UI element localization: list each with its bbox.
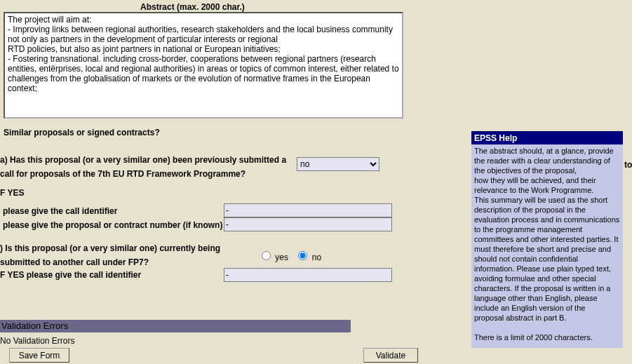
radio-yes[interactable] xyxy=(262,251,271,260)
call-identifier-label: please give the call identifier xyxy=(3,206,117,216)
validation-header: Validation Errors xyxy=(0,320,351,332)
save-button[interactable]: Save Form xyxy=(9,348,69,363)
abstract-label: Abstract (max. 2000 char.) xyxy=(140,2,245,12)
radio-yes-label[interactable]: yes xyxy=(258,252,290,262)
page-fragment-to: to xyxy=(624,160,632,170)
if-yes-label: F YES xyxy=(0,188,24,198)
proposal-number-input[interactable] xyxy=(224,217,392,231)
radio-no[interactable] xyxy=(298,251,307,260)
if-yes-2-label: F YES please give the call identifier xyxy=(0,270,141,280)
help-panel: EPSS Help The abstract should, at a glan… xyxy=(471,131,623,348)
question-a-label: a) Has this proposal (or a very similar … xyxy=(0,153,291,181)
validation-message: No Validation Errors xyxy=(0,336,75,346)
call-identifier-input[interactable] xyxy=(224,203,392,217)
question-b-radio-group: yes no xyxy=(258,249,325,262)
similar-heading: Similar proposals or signed contracts? xyxy=(4,128,160,137)
help-title: EPSS Help xyxy=(471,132,623,144)
radio-no-text: no xyxy=(312,252,321,262)
if-yes-2-input[interactable] xyxy=(224,268,392,282)
question-b-label: ) Is this proposal (or a very similar on… xyxy=(0,241,253,269)
validate-button[interactable]: Validate xyxy=(363,348,418,363)
radio-no-label[interactable]: no xyxy=(295,252,321,262)
radio-yes-text: yes xyxy=(275,252,288,262)
abstract-input[interactable] xyxy=(4,12,403,119)
previously-submitted-select[interactable]: no xyxy=(297,157,379,171)
help-body: The abstract should, at a glance, provid… xyxy=(471,144,623,348)
proposal-number-label: please give the proposal or contract num… xyxy=(3,220,222,230)
form-page: Abstract (max. 2000 char.) Similar propo… xyxy=(0,0,632,364)
